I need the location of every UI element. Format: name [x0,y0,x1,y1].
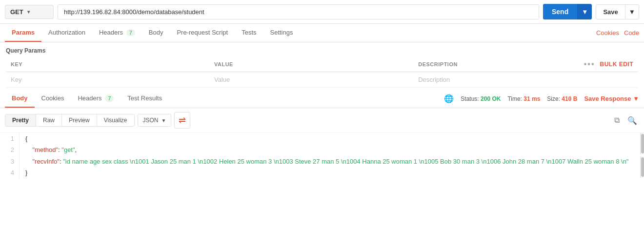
row-actions-cell [579,72,638,88]
tab-response-cookies[interactable]: Cookies [35,90,71,108]
tab-response-body[interactable]: Body [5,90,35,108]
tab-settings[interactable]: Settings [263,24,300,42]
send-dropdown-button[interactable]: ▼ [577,4,592,19]
scrollbar-thumb-2 [641,157,644,177]
params-table: KEY VALUE DESCRIPTION ••• Bulk Edit [6,57,638,88]
top-bar: GET ▼ Send ▼ Save ▼ [0,0,644,24]
tab-body[interactable]: Body [142,24,170,42]
scrollbar-thumb-1 [641,134,644,153]
json-chevron-icon: ▼ [161,118,166,123]
value-cell: Value [209,72,413,88]
bulk-edit-button[interactable]: Bulk Edit [600,61,634,68]
cookies-link[interactable]: Cookies [596,29,619,37]
tab-pre-request-script[interactable]: Pre-request Script [170,24,235,42]
method-chevron-icon: ▼ [26,9,31,15]
tab-tests[interactable]: Tests [235,24,263,42]
globe-icon: 🌐 [444,94,454,103]
description-cell: Description [413,72,579,88]
status-label: Status: 200 OK [461,95,501,102]
format-bar: Pretty Raw Preview Visualize JSON ▼ ⇌ ⧉ … [0,108,644,133]
code-line-2: "method": "get", [25,144,634,155]
more-options-icon[interactable]: ••• [584,60,595,69]
query-params-section: Query Params KEY VALUE DESCRIPTION ••• B… [0,42,644,88]
scrollbar-line-numbers[interactable] [640,133,644,154]
format-bar-right: ⧉ 🔍 [612,114,639,127]
actions-column-header: ••• Bulk Edit [579,57,638,72]
copy-icon: ⧉ [614,116,620,124]
table-row: Key Value Description [6,72,638,88]
format-view-group: Pretty Raw Preview Visualize [5,114,135,127]
key-column-header: KEY [6,57,209,72]
size-value: 410 B [562,95,577,102]
time-label: Time: 31 ms [507,95,540,102]
tab-authorization[interactable]: Authorization [41,24,92,42]
code-link[interactable]: Code [624,29,639,37]
line-numbers: 1 2 3 4 [0,133,20,179]
format-preview-button[interactable]: Preview [62,114,97,126]
format-pretty-button[interactable]: Pretty [5,114,36,126]
description-column-header: DESCRIPTION [413,57,579,72]
search-icon: 🔍 [627,116,637,125]
query-params-title: Query Params [6,47,638,54]
copy-button[interactable]: ⧉ [612,114,622,127]
wrap-icon: ⇌ [179,115,186,126]
tab-response-headers[interactable]: Headers 7 [71,90,121,108]
tabs-right: Cookies Code [596,29,639,37]
format-visualize-button[interactable]: Visualize [97,114,134,126]
code-line-1: { [25,133,634,144]
code-area: 1 2 3 4 { "method": "get", "recvInfo": "… [0,133,640,179]
save-button[interactable]: Save [596,4,625,19]
format-type-selector[interactable]: JSON ▼ [138,114,172,127]
status-value: 200 OK [481,95,501,102]
save-dropdown-button[interactable]: ▼ [625,4,639,19]
time-value: 31 ms [523,95,540,102]
method-label: GET [10,8,23,16]
size-label: Size: 410 B [547,95,577,102]
wrap-button[interactable]: ⇌ [174,112,190,129]
tab-headers[interactable]: Headers 7 [92,24,142,42]
scrollbar-area [640,133,644,179]
format-raw-button[interactable]: Raw [36,114,62,126]
request-tabs-bar: Params Authorization Headers 7 Body Pre-… [0,24,644,42]
method-selector[interactable]: GET ▼ [5,5,54,19]
code-line-3: "recvInfo": "id name age sex class \n100… [25,156,634,167]
code-content: { "method": "get", "recvInfo": "id name … [20,133,640,179]
code-area-wrapper: 1 2 3 4 { "method": "get", "recvInfo": "… [0,133,644,179]
response-tabs-bar: Body Cookies Headers 7 Test Results 🌐 St… [0,90,644,108]
value-column-header: VALUE [209,57,413,72]
save-response-button[interactable]: Save Response ▼ [584,95,639,102]
scrollbar-code[interactable] [640,156,644,178]
url-input[interactable] [58,4,539,19]
send-button[interactable]: Send [543,4,577,19]
response-meta: 🌐 Status: 200 OK Time: 31 ms Size: 410 B… [444,94,639,103]
tab-params[interactable]: Params [5,24,41,42]
tab-test-results[interactable]: Test Results [121,90,169,108]
code-line-4: } [25,167,634,178]
search-button[interactable]: 🔍 [625,114,639,127]
key-cell: Key [6,72,209,88]
